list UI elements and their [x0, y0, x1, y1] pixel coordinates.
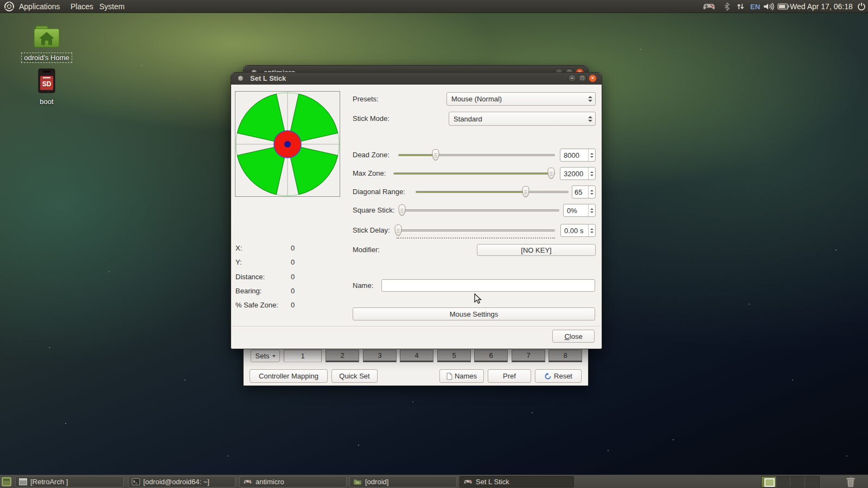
controller-mapping-button[interactable]: Controller Mapping	[250, 369, 328, 383]
set-tab-2[interactable]: 2	[326, 350, 359, 362]
sets-label: Sets	[255, 352, 269, 360]
keyboard-layout-indicator[interactable]: EN	[750, 0, 760, 13]
maximize-button[interactable]: □	[578, 74, 586, 82]
set-tab-3[interactable]: 3	[363, 350, 397, 362]
reset-icon	[544, 373, 552, 380]
x-label: X:	[235, 243, 242, 254]
stick-mode-dropdown[interactable]: Standard	[449, 112, 596, 126]
slider-handle[interactable]	[394, 224, 401, 236]
max-zone-label: Max Zone:	[353, 167, 386, 180]
desktop-icon-label: boot	[37, 97, 55, 106]
spinner-arrows-icon[interactable]	[588, 186, 595, 198]
stick-mode-value: Standard	[449, 115, 586, 123]
set-tab-1[interactable]: 1	[284, 350, 322, 362]
slider-handle[interactable]	[432, 149, 439, 160]
taskbar-item-retroarch[interactable]: [RetroArch ]	[15, 476, 124, 487]
spinner-arrows-icon[interactable]	[588, 204, 595, 216]
spinner-arrows-icon[interactable]	[588, 168, 595, 179]
stick-delay-spinbox[interactable]: 0.00 s	[560, 224, 596, 237]
taskbar-item-antimicro[interactable]: antimicro	[239, 476, 347, 487]
square-stick-spinbox[interactable]: 0%	[563, 204, 596, 217]
battery-icon[interactable]	[777, 0, 789, 13]
power-icon[interactable]	[857, 0, 866, 13]
safe-zone-value: 0	[291, 300, 295, 311]
modifier-button[interactable]: [NO KEY]	[477, 244, 596, 256]
distro-logo-icon[interactable]	[4, 0, 15, 13]
workspace-2[interactable]	[776, 477, 791, 487]
dead-zone-spinbox[interactable]: 8000	[560, 149, 596, 162]
reset-button[interactable]: Reset	[535, 369, 582, 383]
name-input[interactable]	[381, 279, 595, 292]
taskbar-item-label: [odroid]	[365, 478, 388, 486]
window-icon	[19, 478, 27, 485]
show-desktop-icon[interactable]	[2, 477, 11, 488]
diagonal-range-slider[interactable]	[416, 185, 569, 198]
name-label: Name:	[353, 279, 373, 292]
bearing-value: 0	[291, 286, 295, 297]
distance-value: 0	[291, 272, 295, 282]
desktop-icon-boot[interactable]: SD boot	[14, 68, 79, 106]
dead-zone-slider[interactable]	[398, 149, 555, 162]
mouse-settings-button[interactable]: Mouse Settings	[353, 307, 595, 320]
square-stick-slider[interactable]	[400, 204, 559, 217]
taskbar-item-odroid-folder[interactable]: [odroid]	[349, 476, 457, 487]
workspace-1[interactable]	[762, 477, 776, 487]
close-window-button[interactable]: ✕	[589, 74, 597, 82]
sd-card-icon: SD	[36, 68, 57, 93]
menu-places[interactable]: Places	[71, 0, 93, 13]
sets-dropdown-button[interactable]: Sets	[251, 350, 280, 362]
max-zone-spinbox[interactable]: 32000	[560, 167, 596, 180]
slider-handle[interactable]	[398, 204, 405, 216]
workspace-4[interactable]	[805, 477, 819, 487]
desktop-icon-home[interactable]: odroid's Home	[14, 25, 79, 63]
x-value: 0	[291, 243, 295, 254]
dialog-titlebar[interactable]: Set L Stick − □ ✕	[231, 73, 602, 85]
pref-button[interactable]: Pref	[488, 369, 531, 383]
set-tab-7[interactable]: 7	[512, 350, 545, 362]
dialog-title: Set L Stick	[250, 74, 286, 82]
spinner-arrows-icon[interactable]	[588, 149, 595, 161]
presets-value: Mouse (Normal)	[447, 95, 586, 103]
network-traffic-icon[interactable]	[736, 0, 745, 13]
bluetooth-icon[interactable]	[724, 0, 730, 13]
clock[interactable]: Wed Apr 17, 06:18	[790, 0, 853, 13]
trash-icon[interactable]	[845, 476, 856, 488]
diagonal-range-spinbox[interactable]: 65	[572, 185, 596, 198]
set-tab-6[interactable]: 6	[474, 350, 508, 362]
terminal-icon	[132, 478, 140, 485]
menu-system[interactable]: System	[99, 0, 125, 13]
max-zone-value: 32000	[560, 168, 588, 179]
taskbar-item-label: [odroid@odroid64: ~]	[143, 478, 209, 486]
workspace-switcher[interactable]	[761, 476, 820, 487]
set-tab-8[interactable]: 8	[548, 350, 582, 362]
desktop: Applications Places System EN Wed Apr 17…	[0, 0, 868, 488]
names-button[interactable]: Names	[439, 369, 484, 383]
presets-label: Presets:	[353, 92, 379, 106]
gamepad-tray-icon[interactable]	[702, 0, 716, 13]
max-zone-slider[interactable]	[393, 167, 555, 180]
square-stick-value: 0%	[564, 204, 588, 216]
taskbar-item-set-l-stick[interactable]: Set L Stick	[459, 476, 574, 487]
set-tab-5[interactable]: 5	[437, 350, 471, 362]
minimize-button[interactable]: −	[568, 74, 576, 82]
spinner-arrows-icon[interactable]	[588, 224, 595, 236]
gamepad-icon	[463, 479, 473, 485]
quick-set-button[interactable]: Quick Set	[331, 369, 378, 383]
desktop-icon-label: odroid's Home	[21, 53, 72, 63]
menu-applications[interactable]: Applications	[19, 0, 60, 13]
set-tab-4[interactable]: 4	[400, 350, 433, 362]
modifier-label: Modifier:	[353, 244, 380, 256]
safe-zone-label: % Safe Zone:	[235, 300, 278, 311]
taskbar-item-terminal[interactable]: [odroid@odroid64: ~]	[128, 476, 235, 487]
workspace-3[interactable]	[790, 477, 805, 487]
slider-handle[interactable]	[547, 168, 554, 179]
presets-dropdown[interactable]: Mouse (Normal)	[446, 92, 596, 106]
volume-icon[interactable]	[763, 0, 775, 13]
slider-handle[interactable]	[522, 186, 529, 197]
close-button[interactable]: Close	[552, 330, 595, 343]
spinner-arrows-icon	[586, 116, 595, 122]
dialog-separator	[232, 326, 601, 326]
bearing-label: Bearing:	[235, 286, 261, 297]
stick-delay-slider[interactable]	[397, 224, 555, 237]
names-label: Names	[455, 372, 477, 380]
